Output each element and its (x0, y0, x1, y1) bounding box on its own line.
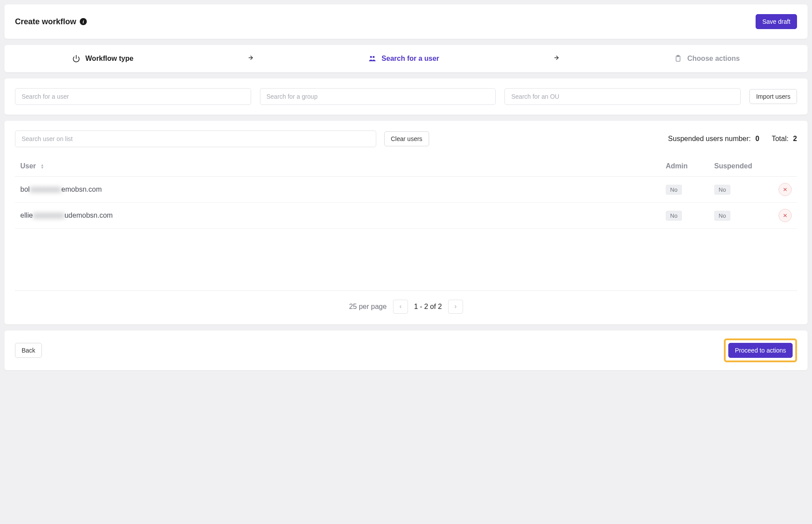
search-user-input[interactable] (15, 88, 251, 105)
page-title: Create workflow (15, 17, 76, 26)
search-on-list-input[interactable] (15, 130, 376, 147)
suspended-badge: No (714, 211, 730, 221)
step-label: Workflow type (85, 55, 133, 63)
step-search-user[interactable]: Search for a user (368, 55, 439, 63)
info-icon[interactable]: i (80, 18, 87, 25)
people-icon (368, 55, 376, 63)
step-workflow-type[interactable]: Workflow type (72, 55, 133, 63)
users-top-bar: Clear users Suspended users number: 0 To… (15, 130, 797, 147)
remove-user-button[interactable] (779, 183, 792, 196)
pagination: 25 per page 1 - 2 of 2 (15, 290, 797, 324)
email-prefix: bol (20, 186, 30, 193)
admin-badge: No (666, 185, 682, 195)
svg-point-1 (370, 56, 372, 58)
sort-icon: ▲▼ (41, 164, 44, 169)
email-suffix: emobsn.com (61, 186, 102, 193)
column-header-suspended: Suspended (709, 156, 766, 177)
column-header-user[interactable]: User ▲▼ (15, 156, 660, 177)
table-row: bolxxxxxxxxxemobsn.com No No (15, 177, 797, 203)
save-draft-button[interactable]: Save draft (756, 14, 797, 29)
suspended-label: Suspended users number: (668, 135, 751, 142)
svg-rect-5 (677, 56, 679, 57)
chevron-right-icon (453, 305, 458, 309)
column-header-admin: Admin (660, 156, 709, 177)
step-choose-actions[interactable]: Choose actions (674, 55, 740, 63)
email-hidden: xxxxxxxxx (33, 212, 64, 219)
users-panel: Clear users Suspended users number: 0 To… (4, 121, 808, 324)
search-group-input[interactable] (260, 88, 496, 105)
step-label: Choose actions (687, 55, 740, 63)
proceed-highlight: Proceed to actions (724, 338, 797, 362)
total-label: Total: (771, 135, 788, 142)
next-page-button[interactable] (448, 300, 463, 314)
search-filters: Import users (4, 78, 808, 115)
table-row: elliexxxxxxxxxudemobsn.com No No (15, 203, 797, 229)
import-users-button[interactable]: Import users (749, 89, 797, 104)
page-title-wrap: Create workflow i (15, 17, 87, 26)
power-icon (72, 55, 80, 63)
suspended-badge: No (714, 185, 730, 195)
total-value: 2 (793, 135, 797, 142)
header-bar: Create workflow i Save draft (4, 4, 808, 39)
proceed-to-actions-button[interactable]: Proceed to actions (728, 343, 793, 358)
col-user-label: User (20, 162, 36, 170)
step-label: Search for a user (382, 55, 439, 63)
arrow-right-icon (553, 55, 560, 63)
clear-users-button[interactable]: Clear users (384, 131, 429, 146)
total-count: Total: 2 (771, 135, 797, 143)
footer-bar: Back Proceed to actions (4, 331, 808, 370)
user-email-cell: elliexxxxxxxxxudemobsn.com (15, 203, 660, 229)
remove-user-button[interactable] (779, 209, 792, 222)
email-hidden: xxxxxxxxx (30, 186, 61, 193)
svg-point-2 (373, 56, 375, 58)
suspended-count: Suspended users number: 0 (668, 135, 759, 143)
column-header-remove (766, 156, 797, 177)
page-range: 1 - 2 of 2 (414, 303, 442, 311)
users-table: User ▲▼ Admin Suspended bolxxxxxxxxxemob… (15, 156, 797, 229)
admin-badge: No (666, 211, 682, 221)
close-icon (783, 213, 787, 218)
user-email-cell: bolxxxxxxxxxemobsn.com (15, 177, 660, 203)
email-prefix: ellie (20, 212, 33, 219)
suspended-value: 0 (755, 135, 759, 142)
close-icon (783, 187, 787, 192)
per-page-label[interactable]: 25 per page (349, 303, 386, 311)
search-ou-input[interactable] (504, 88, 741, 105)
workflow-steps: Workflow type Search for a user Choose a… (4, 45, 808, 72)
email-suffix: udemobsn.com (64, 212, 112, 219)
chevron-left-icon (398, 305, 403, 309)
clipboard-icon (674, 55, 682, 63)
users-stats: Suspended users number: 0 Total: 2 (668, 135, 797, 143)
arrow-right-icon (248, 55, 254, 63)
back-button[interactable]: Back (15, 343, 42, 358)
prev-page-button[interactable] (393, 300, 408, 314)
